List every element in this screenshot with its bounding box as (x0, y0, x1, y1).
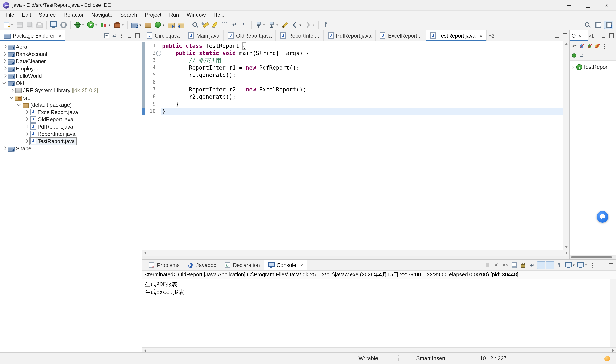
back-dropdown-icon[interactable] (299, 23, 302, 27)
menu-item-file[interactable]: File (2, 11, 18, 19)
tree-item-excelreport-java[interactable]: ExcelReport.java (0, 108, 142, 116)
scroll-left-icon[interactable] (144, 251, 146, 255)
word-wrap-button[interactable] (230, 21, 239, 29)
scroll-down-icon[interactable] (565, 246, 568, 248)
chevron-down-icon[interactable] (2, 81, 6, 85)
minimize-view-button[interactable] (126, 32, 134, 39)
code-line-4[interactable]: 4 ReportInter r1 = new PdfReport(); (142, 64, 563, 71)
code-editor[interactable]: 1public class TestReport {2− public stat… (142, 41, 569, 249)
tree-item-shape[interactable]: Shape (0, 145, 142, 152)
new-class-button[interactable] (153, 21, 166, 29)
chevron-right-icon[interactable] (10, 89, 14, 92)
open-perspective-button[interactable] (593, 21, 603, 29)
tree-item-old[interactable]: Old (0, 79, 142, 87)
tree-item-testreport-java[interactable]: TestReport.java (0, 138, 142, 145)
next-annotation-button[interactable] (254, 21, 266, 29)
tab-outline[interactable]: O (570, 30, 588, 41)
menu-item-run[interactable]: Run (165, 11, 183, 19)
tree-item-oldreport-java[interactable]: OldReport.java (0, 116, 142, 123)
window-close-button[interactable]: ✕ (597, 0, 616, 10)
tree-item-jre-system-library[interactable]: JRE System Library[jdk-25.0.2] (0, 87, 142, 94)
code-text[interactable]: // 多态调用 (161, 57, 563, 64)
code-text[interactable]: } (161, 100, 563, 108)
editor-vertical-scrollbar[interactable] (563, 41, 569, 249)
chevron-down-icon[interactable] (10, 96, 14, 100)
chevron-right-icon[interactable] (24, 117, 28, 121)
menu-item-window[interactable]: Window (183, 11, 210, 19)
tree-item-default-package[interactable]: (default package) (0, 101, 142, 108)
display-selected-console-dropdown-icon[interactable] (572, 263, 575, 267)
code-line-5[interactable]: 5 r1.generate(); (142, 71, 563, 78)
outline-item-testrepor[interactable]: TestRepor (570, 63, 616, 71)
java-perspective-button[interactable] (604, 21, 614, 29)
sort-button[interactable] (570, 43, 578, 50)
code-line-8[interactable]: 8 r2.generate(); (142, 93, 563, 100)
editor-tab-main-java[interactable]: Main.java (184, 30, 224, 41)
search-button[interactable] (200, 21, 210, 29)
run-dropdown-icon[interactable] (95, 23, 98, 27)
tab-declaration[interactable]: Declaration (220, 260, 264, 271)
tree-item-employee[interactable]: Employee (0, 65, 142, 72)
hide-fields-button[interactable] (578, 43, 586, 50)
menu-item-edit[interactable]: Edit (18, 11, 35, 19)
block-selection-button[interactable] (220, 21, 229, 29)
external-tools-dropdown-icon[interactable] (121, 23, 124, 27)
menu-item-navigate[interactable]: Navigate (87, 11, 116, 19)
show-on-stderr-button[interactable] (546, 261, 554, 269)
code-text[interactable]: public static void main(String[] args) { (161, 50, 563, 57)
outline-horizontal-scrollbar[interactable] (570, 255, 616, 259)
link-with-editor-button[interactable] (110, 32, 118, 39)
back-button[interactable] (290, 21, 303, 29)
tree-item-aera[interactable]: Aera (0, 43, 142, 51)
close-view-icon[interactable] (58, 34, 62, 38)
code-line-6[interactable]: 6 (142, 78, 563, 86)
tree-item-src[interactable]: src (0, 94, 142, 101)
chevron-right-icon[interactable] (24, 110, 28, 114)
hide-non-public-button[interactable] (593, 43, 601, 50)
view-menu-button[interactable] (601, 43, 609, 50)
maximize-editor-button[interactable] (561, 32, 569, 39)
last-edit-location-button[interactable] (280, 21, 290, 29)
coverage-dropdown-icon[interactable] (108, 23, 111, 27)
scroll-lock-button[interactable] (519, 261, 527, 269)
import-button[interactable] (166, 21, 176, 29)
minimize-view-button[interactable] (600, 32, 607, 39)
menu-item-source[interactable]: Source (35, 11, 59, 19)
editor-overflow-badge[interactable]: »2 (487, 33, 496, 38)
new-wizard-button[interactable] (2, 21, 14, 29)
launch-configurations-button[interactable] (59, 21, 68, 29)
chevron-right-icon[interactable] (2, 146, 6, 150)
close-view-icon[interactable] (578, 34, 581, 38)
chevron-right-icon[interactable] (570, 65, 574, 69)
console-output[interactable]: 生成PDF报表生成Excel报表 (142, 279, 616, 347)
open-type-button[interactable] (190, 21, 200, 29)
tree-item-datacleaner[interactable]: DataCleaner (0, 58, 142, 65)
pin-console-button[interactable] (555, 261, 563, 269)
chevron-right-icon[interactable] (2, 52, 6, 56)
menu-item-help[interactable]: Help (210, 11, 228, 19)
debug-dropdown-icon[interactable] (81, 23, 85, 27)
code-text[interactable]: public class TestReport { (161, 42, 563, 50)
mark-occurrences-button[interactable] (210, 21, 219, 29)
editor-tab-testreport-java[interactable]: TestReport.java (426, 30, 487, 41)
find-actions-button[interactable] (583, 21, 592, 29)
tree-item-reportinter-java[interactable]: ReportInter.java (0, 130, 142, 138)
editor-horizontal-scrollbar[interactable] (142, 249, 569, 256)
forward-dropdown-icon[interactable] (312, 23, 315, 27)
code-line-3[interactable]: 3 // 多态调用 (142, 57, 563, 64)
code-line-1[interactable]: 1public class TestReport { (142, 42, 563, 50)
tab-problems[interactable]: Problems (144, 260, 183, 271)
new-class-dropdown-icon[interactable] (162, 23, 165, 27)
menu-item-search[interactable]: Search (116, 11, 141, 19)
editor-tab-pdfreport-java[interactable]: PdfReport.java (324, 30, 376, 41)
open-console-button[interactable] (576, 261, 588, 269)
chevron-right-icon[interactable] (2, 74, 6, 78)
chevron-right-icon[interactable] (2, 59, 6, 63)
scroll-right-icon[interactable] (565, 251, 568, 255)
remove-launch-button[interactable] (492, 261, 501, 269)
collapse-region-icon[interactable]: − (156, 51, 161, 56)
tray-notification-icon[interactable] (604, 356, 610, 361)
maximize-view-button[interactable] (134, 32, 141, 39)
collapse-all-button[interactable] (103, 32, 110, 39)
clear-console-button[interactable] (510, 261, 519, 269)
